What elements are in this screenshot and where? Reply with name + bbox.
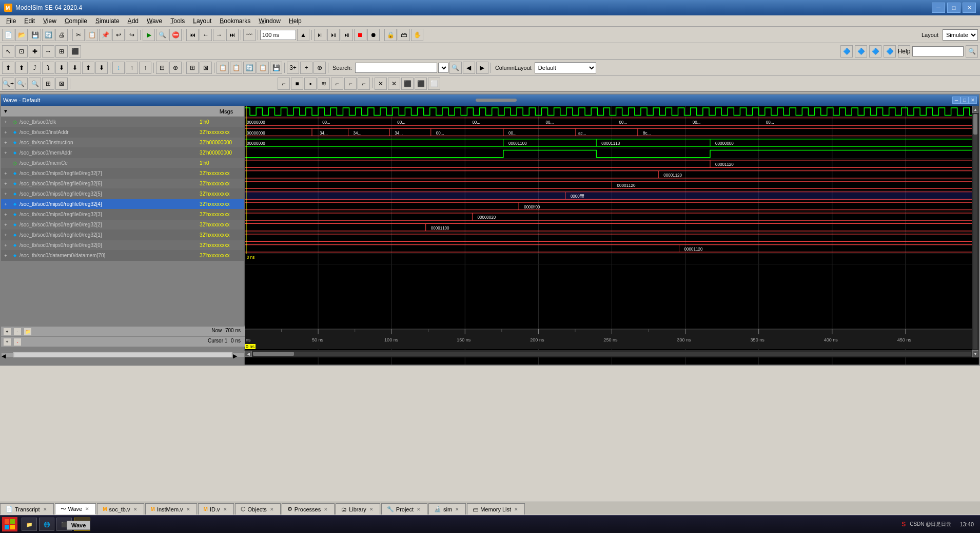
- menu-edit[interactable]: Edit: [20, 16, 39, 26]
- sig-tool5[interactable]: ⬇: [55, 62, 68, 74]
- taskbar-edge[interactable]: 🌐: [39, 518, 54, 531]
- time-input[interactable]: 100 ns: [260, 30, 296, 40]
- signal-row[interactable]: + ◆ /soc_tb/soc0/instruction 32'h0000000…: [1, 138, 244, 148]
- menu-window[interactable]: Window: [254, 16, 285, 26]
- signal-row[interactable]: + ◆ /soc_tb/soc0/datamem0/datamem[70] 32…: [1, 251, 244, 261]
- break-btn[interactable]: ⛔: [169, 29, 182, 41]
- menu-wave[interactable]: Wave: [143, 16, 166, 26]
- shape2[interactable]: ■: [291, 78, 303, 90]
- start-button[interactable]: [2, 517, 17, 531]
- menu-simulate[interactable]: Simulate: [91, 16, 124, 26]
- expand-7[interactable]: +: [2, 191, 9, 198]
- help-btn[interactable]: Help: [898, 45, 910, 58]
- shape5[interactable]: ⌐: [331, 78, 343, 90]
- wave-maximize[interactable]: □: [961, 97, 969, 104]
- signal-row[interactable]: ◇ /soc_tb/soc0/memCe 1'h0: [1, 158, 244, 168]
- cut-btn[interactable]: ✂: [72, 29, 85, 41]
- fmt5[interactable]: 💾: [270, 62, 282, 74]
- help-search[interactable]: [912, 46, 964, 56]
- sim-step3[interactable]: ⏯: [341, 29, 353, 41]
- search-prev[interactable]: ◀: [463, 62, 475, 74]
- sig-folder-btn[interactable]: 📁: [24, 328, 32, 336]
- tab-soc-tb[interactable]: M soc_tb.v ✕: [97, 503, 144, 515]
- expand-4[interactable]: [2, 160, 9, 167]
- print-btn[interactable]: 🖨: [55, 29, 68, 41]
- fmt4[interactable]: 📋: [257, 62, 269, 74]
- trigger2[interactable]: ✕: [388, 78, 400, 90]
- sim-go[interactable]: ⏺: [367, 29, 380, 41]
- wave-resize-handle[interactable]: [476, 99, 517, 102]
- col-layout-select[interactable]: Default: [535, 62, 596, 73]
- maximize-button[interactable]: □: [947, 3, 961, 13]
- signal-row[interactable]: + ◆ /soc_tb/soc0/mips0/regfile0/reg32[7]…: [1, 168, 244, 179]
- adv4[interactable]: 🔷: [884, 45, 896, 58]
- zoom-cursor[interactable]: ⊠: [55, 78, 68, 90]
- wave-close[interactable]: ✕: [969, 97, 977, 104]
- tab-library[interactable]: 🗂 Library ✕: [336, 503, 380, 515]
- measure-tool[interactable]: ↔: [42, 45, 54, 58]
- cur-add-btn[interactable]: +: [3, 338, 11, 346]
- expand-8[interactable]: +: [2, 201, 9, 208]
- expand-btn[interactable]: ⊟: [156, 62, 168, 74]
- signal-row[interactable]: + ◇ /soc_tb/soc0/clk 1'h0: [1, 117, 244, 127]
- signal-row[interactable]: + ◆ /soc_tb/soc0/mips0/regfile0/reg32[0]…: [1, 240, 244, 251]
- wave-scroll-up[interactable]: ▲: [972, 106, 978, 113]
- menu-tools[interactable]: Tools: [166, 16, 189, 26]
- tab-transcript[interactable]: 📄 Transcript ✕: [0, 503, 54, 515]
- shape6[interactable]: ⌐: [344, 78, 357, 90]
- new-btn[interactable]: 📄: [2, 29, 14, 41]
- collapse-btn[interactable]: ⊕: [169, 62, 182, 74]
- cur-del-btn[interactable]: -: [13, 338, 22, 346]
- data-tool[interactable]: ⬛: [69, 45, 81, 58]
- zoom-in[interactable]: 🔍+: [2, 78, 14, 90]
- tab-sim[interactable]: 🔬 sim ✕: [428, 503, 466, 515]
- sim-stop[interactable]: ⏹: [354, 29, 366, 41]
- fmt2[interactable]: 📋: [230, 62, 242, 74]
- refresh-btn[interactable]: 🔄: [42, 29, 54, 41]
- tab-processes-close[interactable]: ✕: [323, 506, 329, 512]
- time-up-btn[interactable]: ▲: [297, 29, 309, 41]
- search-field[interactable]: [355, 63, 437, 73]
- search-btn[interactable]: 🔍: [156, 29, 168, 41]
- insert-btn[interactable]: ⊞: [186, 62, 199, 74]
- undo-btn[interactable]: ↩: [112, 29, 125, 41]
- tab-instmem[interactable]: M InstMem.v ✕: [145, 503, 197, 515]
- search-dropdown[interactable]: [438, 63, 448, 73]
- menu-add[interactable]: Add: [124, 16, 143, 26]
- wave-btn[interactable]: 〰: [243, 29, 256, 41]
- expand-9[interactable]: +: [2, 211, 9, 218]
- wave-vscroll[interactable]: ▲ ▼: [972, 106, 979, 357]
- sim-step2[interactable]: ⏯: [327, 29, 340, 41]
- tab-memory-close[interactable]: ✕: [513, 506, 519, 512]
- minimize-button[interactable]: ─: [932, 3, 945, 13]
- tab-project-close[interactable]: ✕: [416, 506, 422, 512]
- tab-id[interactable]: M ID.v ✕: [198, 503, 234, 515]
- sig-tool8[interactable]: ⬇: [95, 62, 108, 74]
- trigger3[interactable]: ⬛: [401, 78, 414, 90]
- signal-row[interactable]: + ◆ /soc_tb/soc0/mips0/regfile0/reg32[2]…: [1, 220, 244, 230]
- expand-5[interactable]: +: [2, 170, 9, 177]
- adv2[interactable]: 🔷: [855, 45, 867, 58]
- shape7[interactable]: ⌐: [358, 78, 370, 90]
- search-go[interactable]: 🔍: [449, 62, 462, 74]
- db-btn[interactable]: 🗃: [398, 29, 410, 41]
- expand-12[interactable]: +: [2, 242, 9, 249]
- sig-tool1[interactable]: ⬆: [2, 62, 14, 74]
- shape4[interactable]: ≋: [318, 78, 330, 90]
- menu-view[interactable]: View: [39, 16, 61, 26]
- menu-file[interactable]: File: [2, 16, 20, 26]
- run-btn[interactable]: ▶: [143, 29, 155, 41]
- signal-row[interactable]: + ◆ /soc_tb/soc0/mips0/regfile0/reg32[3]…: [1, 210, 244, 220]
- wave-tool2[interactable]: ↑: [126, 62, 138, 74]
- add3[interactable]: ⊕: [313, 62, 326, 74]
- zoom-fit[interactable]: ⊞: [42, 78, 54, 90]
- menu-help[interactable]: Help: [285, 16, 306, 26]
- lock-btn[interactable]: 🔒: [384, 29, 397, 41]
- sig-tool6[interactable]: ⬇: [69, 62, 81, 74]
- sig-tool4[interactable]: ⤵: [42, 62, 54, 74]
- adv3[interactable]: 🔷: [869, 45, 881, 58]
- signal-row[interactable]: + ◆ /soc_tb/soc0/mips0/regfile0/reg32[6]…: [1, 179, 244, 189]
- fmt1[interactable]: 📋: [217, 62, 229, 74]
- open-btn[interactable]: 📂: [15, 29, 28, 41]
- scroll-right-btn[interactable]: ▶: [232, 352, 245, 357]
